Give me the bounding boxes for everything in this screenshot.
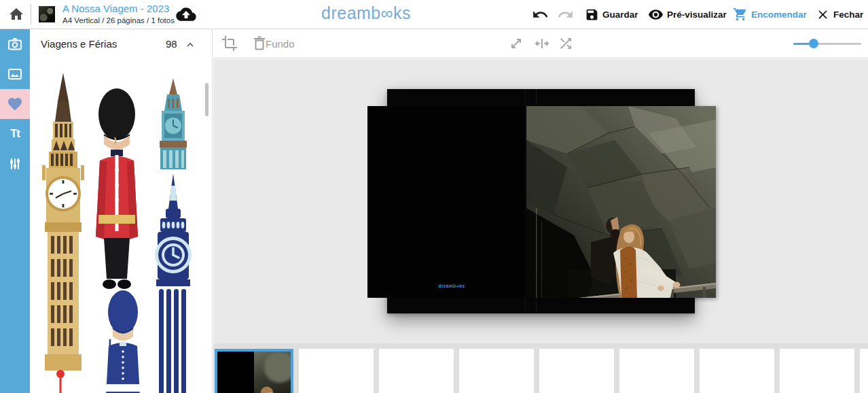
sidebar-item-text[interactable]: Tt (0, 119, 30, 149)
text-icon: Tt (10, 127, 20, 141)
header-divider (31, 4, 31, 24)
crop-icon[interactable] (221, 35, 238, 52)
background-label: Fundo (266, 38, 295, 50)
clipart-royal-guard-red[interactable] (90, 87, 144, 291)
expand-diagonal-icon[interactable] (508, 35, 524, 52)
project-title: A Nossa Viagem - 2023 (62, 3, 175, 16)
close-button[interactable]: Fechar (816, 0, 863, 29)
header-bar: A Nossa Viagem - 2023 A4 Vertical / 26 p… (0, 0, 868, 29)
heart-icon (7, 96, 23, 112)
page-thumbnail[interactable] (539, 349, 614, 393)
preview-button[interactable]: Pré-visualizar (648, 0, 727, 29)
tool-sidebar: Tt (0, 29, 30, 393)
home-button[interactable] (8, 0, 24, 29)
swap-horizontal-icon[interactable] (534, 35, 550, 52)
page-thumbnail[interactable] (780, 349, 854, 393)
clipart-category-count: 98 (166, 38, 177, 50)
chevron-up-icon[interactable] (185, 39, 196, 50)
eye-icon (648, 7, 664, 22)
close-label: Fechar (833, 10, 863, 20)
camera-icon (7, 36, 23, 52)
clipart-panel: Viagens e Férias 98 (30, 29, 213, 393)
cloud-upload-icon (176, 7, 196, 22)
back-cover-logo: dreamb∞ks (411, 284, 492, 288)
sidebar-item-backgrounds[interactable] (0, 59, 30, 89)
page-thumbnail[interactable] (459, 349, 534, 393)
cover-photo[interactable] (526, 106, 716, 298)
design-canvas[interactable]: dreamb∞ks (213, 59, 868, 343)
page-thumbnail[interactable] (860, 349, 868, 393)
sidebar-item-photos[interactable] (0, 29, 30, 59)
clipart-big-ben-gold[interactable] (41, 71, 86, 371)
image-icon (7, 66, 23, 82)
cave-photo-art (526, 106, 716, 298)
page-strip (215, 349, 868, 393)
page-thumbnail-cover-selected[interactable] (215, 349, 293, 393)
order-button[interactable]: Encomendar (733, 0, 807, 29)
home-icon (8, 6, 24, 22)
order-label: Encomendar (751, 10, 807, 20)
redo-button[interactable] (557, 0, 574, 29)
clipart-big-ben-teal[interactable] (151, 78, 196, 169)
cover-thumb-back (217, 352, 254, 393)
canvas-toolbar: Fundo (213, 29, 868, 58)
shuffle-icon[interactable] (558, 35, 574, 52)
page-thumbnail[interactable] (379, 349, 454, 393)
zoom-slider[interactable] (793, 29, 861, 58)
save-icon (585, 7, 599, 22)
preview-label: Pré-visualizar (667, 10, 727, 20)
clipart-royal-guard-blue[interactable] (101, 289, 144, 393)
redo-icon (557, 6, 574, 23)
project-meta: A4 Vertical / 26 páginas / 1 fotos (62, 16, 175, 25)
project-thumbnail[interactable] (39, 6, 55, 22)
cover-thumb-photo (254, 352, 291, 393)
page-thumbnail[interactable] (299, 349, 374, 393)
clipart-pin-red[interactable] (56, 369, 65, 393)
clipart-category-header[interactable]: Viagens e Férias 98 (30, 29, 212, 58)
page-strip-bar (213, 343, 868, 393)
zoom-slider-thumb[interactable] (809, 39, 818, 48)
save-label: Guardar (602, 10, 638, 20)
spine-guide-line (525, 89, 526, 313)
panel-scrollbar[interactable] (205, 83, 209, 116)
app-window: A Nossa Viagem - 2023 A4 Vertical / 26 p… (0, 0, 868, 393)
tune-icon (7, 156, 23, 172)
sidebar-item-cliparts[interactable] (0, 89, 30, 119)
undo-button[interactable] (532, 0, 549, 29)
cart-icon (733, 7, 748, 22)
dreambooks-logo: dreamb∞ks (321, 3, 411, 23)
editor-area: Fundo (213, 29, 868, 393)
page-thumbnail[interactable] (619, 349, 694, 393)
clipart-category-title: Viagens e Férias (41, 38, 117, 50)
undo-icon (532, 6, 549, 23)
project-info: A Nossa Viagem - 2023 A4 Vertical / 26 p… (62, 3, 175, 25)
clipart-big-ben-blue[interactable] (151, 173, 196, 393)
save-button[interactable]: Guardar (585, 0, 638, 29)
cloud-sync-button[interactable] (176, 0, 196, 29)
sidebar-item-settings[interactable] (0, 149, 30, 179)
close-icon (816, 7, 830, 22)
back-cover-black-area[interactable] (367, 106, 537, 298)
page-thumbnail[interactable] (700, 349, 774, 393)
